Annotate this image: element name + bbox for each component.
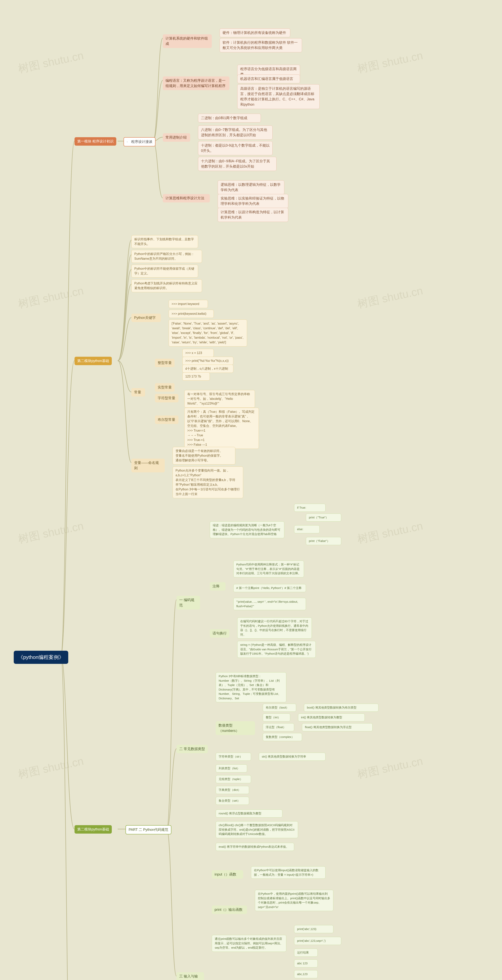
m1-hex: 十六进制：由0~9和A~F组成。为了区分于其他数字的区别，开头都是以0x开始 xyxy=(198,157,276,171)
m1-logic: 逻辑思维：以数理逻辑为特征，以数学学科为代表 xyxy=(218,180,284,194)
m3-cont-d: 在编写代码时建议一行代码不超过80个字符，对于过于长的语句，Python允许使用… xyxy=(237,617,312,639)
m3-comment-1: # 第一个注释print（'Hello, Python!'）# 第二个注释 xyxy=(233,584,306,592)
m3-indent-c3: else: xyxy=(294,525,320,533)
m3-set: 集合类型（set） xyxy=(216,797,249,805)
m1-sub[interactable]: · 程序设计漫谈 xyxy=(124,137,156,146)
m3-sub[interactable]: PART 二 Python代码规范 xyxy=(126,825,171,834)
m3-indent-c2: print（"True"） xyxy=(306,514,341,522)
m3-str: 字符串类型（str） xyxy=(216,752,251,760)
m3-comment[interactable]: 注释 xyxy=(210,582,226,590)
m1-radix[interactable]: 常用进制介绍 xyxy=(163,133,190,142)
m3-str-f: str() 将其他类型数据转换为字符串 xyxy=(259,752,325,760)
m3-dict: 字典类型（dict） xyxy=(216,786,249,794)
m1-hw-sw[interactable]: 计算机系统的硬件和软件组成 xyxy=(163,34,212,48)
m1-thinking[interactable]: 计算思维和程序设计方法 xyxy=(163,194,210,202)
watermark: 树图 shutu.cn xyxy=(17,754,85,782)
root-node[interactable]: 《python编程案例》 xyxy=(14,651,68,664)
m2-var-2: Python允许多个变量指向同一值。如，a,b,c=1,2,"Python" 表… xyxy=(172,466,243,498)
m3-bool-f: bool() 将其他类型数据转换为布尔类型 xyxy=(304,704,378,712)
module-2[interactable]: 第二模块python基础 xyxy=(75,357,112,365)
m3-print-d2: 通过print函数可以输出多个对象组成的值列表并且应用显示，还可以指定分隔符。例… xyxy=(212,935,286,952)
watermark: 树图 shutu.cn xyxy=(356,754,424,782)
m3-num[interactable]: 数值类型（numbers） xyxy=(216,721,255,735)
m3-print-c5: abc,123 xyxy=(294,970,318,978)
watermark: 树图 shutu.cn xyxy=(17,519,85,547)
m3-round: round() 将浮点型数据截取为整型 xyxy=(216,810,282,818)
m3-tuple: 元组类型（tuple） xyxy=(216,775,251,783)
m1-lang-3: 高级语言：是独立于计算机的语言编写的源语言，接近于自然语言，其缺点是必须翻译成目… xyxy=(237,84,320,109)
m2-int-4: 123 173 7b xyxy=(182,372,210,381)
watermark: 树图 shutu.cn xyxy=(356,519,424,547)
m3-s2[interactable]: 二 常见数据类型 xyxy=(177,745,208,753)
m3-print-c2: print('abc',123,sep=',') xyxy=(294,937,341,945)
m2-const[interactable]: 常量 xyxy=(131,388,145,396)
m2-real[interactable]: 实型常量 xyxy=(155,383,175,391)
m2-kw-3: ['False', 'None', 'True', 'and', 'as', '… xyxy=(169,320,247,347)
m1-octal: 八进制：由0~7数字组成。为了区分与其他进制的有所区别，开头都是以0开始 xyxy=(198,126,273,140)
m3-print-c1: print('abc',123) xyxy=(294,925,333,933)
m1-sw: 软件：计算机执行的程序和数据称为软件 软件一般又可分为系统软件和应用软件两大类 xyxy=(220,38,302,52)
m3-s1[interactable]: 一 编码规范 xyxy=(177,596,200,609)
watermark: 树图 shutu.cn xyxy=(17,48,85,76)
m2-id-3: Python中的标识符不能使用保留字或（关键字）定义。 xyxy=(131,265,198,278)
m2-int[interactable]: 整型常量 xyxy=(155,359,175,367)
m2-bool[interactable]: 布尔型常量 xyxy=(155,415,178,424)
m3-indent-c1: if True: xyxy=(294,504,325,512)
m3-int: 整型（int） xyxy=(263,713,290,721)
m3-complex: 复数类型（complex） xyxy=(263,733,302,741)
m3-eval: eval() 将字符串中的数据转换成Python表达式来求值。 xyxy=(216,843,294,851)
m3-print-c3: 运行结果 xyxy=(294,949,318,957)
m3-int-f: int() 将其他类型数据转换为整型 xyxy=(298,713,365,721)
m3-input[interactable]: input（）函数 xyxy=(212,870,243,879)
m2-id-2: Python中的标识符严格区分大小写，例如：SumName意为不同的标识符。 xyxy=(131,250,202,263)
m2-kw-2: >>> print(keyword.kwlist) xyxy=(169,310,214,318)
m2-var[interactable]: 变量——命名规则 xyxy=(131,459,165,473)
m2-int-2: >>> print("%d %o %x"%(x,x,x)) xyxy=(182,357,233,365)
module-1[interactable]: 第一模块 程序设计初识 xyxy=(75,137,116,146)
m2-int-1: >>> x = 123 xyxy=(182,349,214,357)
m1-binary: 二进制：由0和1两个数字组成 xyxy=(198,114,261,123)
watermark: 树图 shutu.cn xyxy=(356,48,424,76)
m1-lang-2: 机器语言和汇编语言属于低级语言 xyxy=(237,75,300,83)
m1-compute: 计算思维：以设计和构造为特征，以计算机学科为代表 xyxy=(218,208,288,222)
m3-input-d: 在Python中可以使用input()函数读取键盘输入的数据，一般格式为：变量 … xyxy=(251,866,325,879)
m2-str-c: 有一对单引号、双引号或三引号所定界的串称一对引号。如，'abcdefg'、"He… xyxy=(184,390,255,408)
m3-bool: 布尔类型（bool） xyxy=(263,704,296,712)
watermark: 树图 shutu.cn xyxy=(356,283,424,312)
m2-kw-1: >>> import keyword xyxy=(169,300,208,308)
m3-comment-d: Python代码中使用两种注释形式：第一种"#"标记句另。"#"用于单行注释，表… xyxy=(233,560,304,578)
m3-s3[interactable]: 三 输入与输出 xyxy=(177,972,204,980)
m1-exp: 实验思维：以实验和经验证为特征，以物理学科和化学学科为代表 xyxy=(218,194,288,208)
m2-var-1: 变量由必须是一个有效的标识符。 变量名不能使用Python的保留字。 通俗理解使… xyxy=(172,447,235,465)
m3-print-c4: abc 123 xyxy=(294,959,318,967)
m3-chr: chr()和ord() chr()将一个整型数据按照ASCII码编码规则对应转换… xyxy=(216,821,298,838)
m2-id-1: 标识符指事件、下划线和数字组成，且数字不能开头。 xyxy=(131,235,198,248)
m3-float: 浮点型（float） xyxy=(263,723,294,731)
m3-comment-2: '''print(value, ..., sep=' ', end='\n',f… xyxy=(233,598,306,610)
m1-hw: 硬件：物理计算机的所有设备统称为硬件 xyxy=(220,29,290,37)
m3-indent-c4: print（"False"） xyxy=(306,537,341,545)
m2-id-4: Python考虑下划线开头的标识符有特殊意义应避免使用相似的标识符。 xyxy=(131,279,202,292)
watermark: 树图 shutu.cn xyxy=(17,283,85,312)
m3-cont-c: string = ('Python是一种高级、编程、解释型的程序设计语言。''由… xyxy=(237,641,316,658)
m2-int-3: d十进制，o八进制，x十六进制 xyxy=(182,364,233,373)
m3-list: 列表类型（list） xyxy=(216,764,247,772)
m2-str[interactable]: 字符型常量 xyxy=(155,394,178,402)
m3-print[interactable]: print（）输出函数 xyxy=(212,905,247,914)
m1-lang[interactable]: 编程语言：又称为程序设计语言，是一组规则，用来定义如何编写计算机程序 xyxy=(163,76,229,90)
m3-s2-intro: Python 3中有8种标准数据类型： Number（数字）、String（字符… xyxy=(216,672,286,702)
module-3[interactable]: 第二模块python基础 xyxy=(75,825,112,834)
m3-indent: 缩进：缩进是的编程规则更为清晰（一般为4个空格）。缩进做为一个代码的语句与包含块… xyxy=(210,521,284,538)
m1-decimal: 十进制：都是以0-9这九个数字组成，不能以0开头。 xyxy=(198,141,273,155)
m2-bool-c: 只有两个：真（True）和假（False）。写成判定条件时，也可使用一般的非零表… xyxy=(184,408,259,449)
m3-print-d1: 在Python中，使用内置的print()函数可以将结果输出到控制台或者标准输出… xyxy=(255,890,333,911)
m3-float-f: float() 将其他类型数据转换为浮点型 xyxy=(302,723,373,731)
m3-cont[interactable]: 语句换行 xyxy=(210,629,229,638)
m2-kw[interactable]: Python关键字 xyxy=(131,313,161,322)
